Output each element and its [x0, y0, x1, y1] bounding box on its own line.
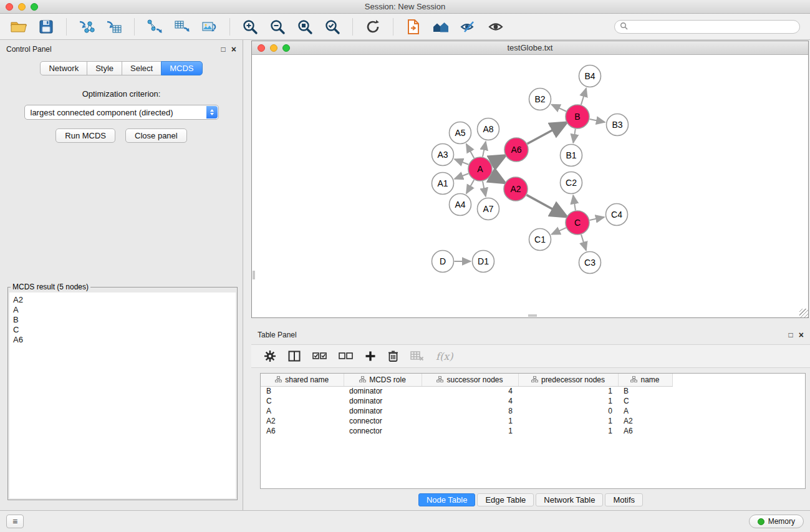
- table-cell[interactable]: C: [261, 396, 344, 406]
- tab-network-table[interactable]: Network Table: [536, 493, 603, 506]
- table-cell[interactable]: A: [618, 406, 672, 416]
- network-edge-A2-C[interactable]: [527, 195, 566, 216]
- network-edge-A-A5[interactable]: [466, 144, 474, 158]
- tab-network[interactable]: Network: [40, 61, 87, 75]
- zoom-in-icon[interactable]: [240, 17, 260, 37]
- export-table-icon[interactable]: [172, 17, 192, 37]
- select-all-icon[interactable]: [312, 352, 327, 360]
- zoom-fit-icon[interactable]: [295, 17, 315, 37]
- table-cell[interactable]: A2: [618, 416, 672, 426]
- network-node-B[interactable]: B: [566, 105, 589, 128]
- network-node-A7[interactable]: A7: [478, 198, 499, 220]
- network-node-C3[interactable]: C3: [579, 252, 601, 274]
- network-node-C4[interactable]: C4: [606, 204, 628, 226]
- tab-style[interactable]: Style: [87, 61, 122, 75]
- column-header-MCDS-role[interactable]: MCDS role: [344, 374, 422, 386]
- network-node-A4[interactable]: A4: [450, 194, 471, 216]
- table-cell[interactable]: dominator: [344, 396, 422, 406]
- table-cell[interactable]: dominator: [344, 386, 422, 396]
- show-columns-icon[interactable]: [288, 351, 301, 362]
- network-edge-A-A6[interactable]: [491, 156, 504, 163]
- network-node-B1[interactable]: B1: [561, 145, 582, 167]
- export-network-icon[interactable]: [145, 17, 165, 37]
- memory-button[interactable]: Memory: [749, 515, 804, 528]
- network-edge-C-C4[interactable]: [590, 217, 604, 220]
- network-edge-A-A1[interactable]: [455, 173, 468, 179]
- delete-column-icon[interactable]: [388, 350, 398, 362]
- table-cell[interactable]: A6: [261, 426, 344, 436]
- tab-mcds[interactable]: MCDS: [161, 61, 202, 75]
- network-edge-A-A7[interactable]: [483, 181, 486, 196]
- tab-select[interactable]: Select: [122, 61, 162, 75]
- resize-handle[interactable]: [799, 309, 808, 317]
- network-node-B2[interactable]: B2: [529, 89, 551, 110]
- task-history-icon[interactable]: ≡: [6, 515, 24, 528]
- table-cell[interactable]: connector: [344, 416, 422, 426]
- export-image-icon[interactable]: [200, 17, 219, 37]
- table-cell[interactable]: 1: [422, 416, 518, 426]
- column-header-successor-nodes[interactable]: successor nodes: [422, 374, 518, 386]
- open-session-icon[interactable]: [9, 17, 29, 37]
- network-node-C2[interactable]: C2: [561, 172, 582, 194]
- float-panel-icon[interactable]: □: [221, 46, 226, 53]
- network-edge-A-A8[interactable]: [483, 142, 486, 157]
- table-row[interactable]: Adominator80A: [261, 406, 672, 416]
- mcds-result-list[interactable]: A2ABCA6: [9, 293, 236, 498]
- close-panel-button[interactable]: Close panel: [125, 128, 187, 143]
- column-header-shared-name[interactable]: shared name: [261, 374, 344, 386]
- delete-table-icon[interactable]: [410, 351, 424, 362]
- table-cell[interactable]: A2: [261, 416, 344, 426]
- table-cell[interactable]: 4: [422, 396, 518, 406]
- zoom-selected-icon[interactable]: [322, 17, 342, 37]
- close-panel-icon[interactable]: ×: [231, 46, 236, 53]
- tab-edge-table[interactable]: Edge Table: [477, 493, 534, 506]
- network-canvas[interactable]: AA1A2A3A4A5A6A7A8BB1B2B3B4CC1C2C3C4DD1: [252, 56, 808, 317]
- add-column-icon[interactable]: [365, 351, 376, 362]
- import-table-icon[interactable]: [104, 17, 124, 37]
- table-cell[interactable]: A6: [618, 426, 672, 436]
- network-node-B3[interactable]: B3: [607, 114, 629, 136]
- refresh-icon[interactable]: [363, 17, 383, 37]
- mcds-result-item[interactable]: B: [13, 315, 232, 325]
- zoom-out-icon[interactable]: [268, 17, 287, 37]
- table-cell[interactable]: 1: [422, 426, 518, 436]
- network-node-A3[interactable]: A3: [432, 144, 454, 166]
- network-node-A8[interactable]: A8: [478, 118, 499, 140]
- table-cell[interactable]: 1: [518, 396, 618, 406]
- search-input[interactable]: [631, 22, 794, 31]
- node-table-container[interactable]: shared nameMCDS rolesuccessor nodesprede…: [260, 373, 806, 489]
- function-builder-icon[interactable]: f(x): [436, 351, 453, 362]
- network-edge-B-B1[interactable]: [573, 129, 576, 143]
- table-cell[interactable]: 4: [422, 386, 518, 396]
- run-mcds-button[interactable]: Run MCDS: [55, 128, 115, 143]
- criterion-dropdown[interactable]: largest connected component (directed): [24, 105, 219, 120]
- home-network-icon[interactable]: [431, 17, 451, 37]
- table-cell[interactable]: B: [261, 386, 344, 396]
- network-edge-C-C3[interactable]: [581, 235, 586, 250]
- tab-motifs[interactable]: Motifs: [605, 493, 643, 506]
- save-session-icon[interactable]: [36, 17, 56, 37]
- table-cell[interactable]: 1: [518, 426, 618, 436]
- table-cell[interactable]: 0: [518, 406, 618, 416]
- network-edge-B-B3[interactable]: [590, 119, 605, 122]
- network-edge-A6-B[interactable]: [528, 123, 566, 144]
- table-row[interactable]: Bdominator41B: [261, 386, 672, 396]
- network-edge-C-C2[interactable]: [573, 195, 576, 210]
- network-node-A6[interactable]: A6: [504, 138, 528, 162]
- table-row[interactable]: Cdominator41C: [261, 396, 672, 406]
- column-header-name[interactable]: name: [618, 374, 672, 386]
- network-node-A2[interactable]: A2: [504, 177, 528, 201]
- network-edge-A-A4[interactable]: [466, 180, 474, 193]
- tab-node-table[interactable]: Node Table: [418, 493, 476, 506]
- table-settings-gear-icon[interactable]: [264, 350, 276, 362]
- close-table-panel-icon[interactable]: ×: [799, 331, 804, 339]
- search-field[interactable]: [614, 20, 800, 34]
- deselect-all-icon[interactable]: [339, 352, 353, 360]
- float-table-panel-icon[interactable]: □: [789, 331, 793, 339]
- show-graphics-details-icon[interactable]: [486, 17, 506, 37]
- table-cell[interactable]: 8: [422, 406, 518, 416]
- table-cell[interactable]: 1: [518, 416, 618, 426]
- network-node-B4[interactable]: B4: [579, 65, 601, 87]
- dropdown-stepper-icon[interactable]: [206, 106, 218, 118]
- network-edge-B-B4[interactable]: [581, 89, 586, 105]
